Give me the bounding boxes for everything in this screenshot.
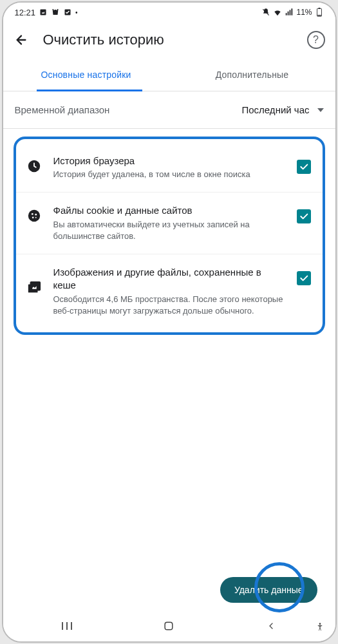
svg-rect-17: [165, 622, 173, 630]
item-title: История браузера: [53, 155, 286, 167]
svg-point-7: [31, 213, 33, 215]
image-stack-icon: [25, 279, 43, 297]
status-time: 12:21: [15, 8, 36, 17]
svg-point-9: [32, 217, 33, 219]
tab-indicator: [37, 90, 142, 91]
status-right: 11%: [261, 8, 323, 17]
item-title: Изображения и другие файлы, сохраненные …: [53, 266, 286, 292]
tabs: Основные настройки Дополнительные: [3, 58, 335, 91]
item-content: История браузера История будет удалена, …: [53, 155, 286, 180]
svg-point-18: [319, 623, 321, 625]
page-title: Очистить историю: [42, 32, 294, 48]
item-desc: История будет удалена, в том числе в окн…: [53, 169, 286, 180]
time-range-row: Временной диапазон Последний час: [3, 91, 335, 129]
screen: 12:21 •: [3, 3, 335, 641]
more-dot: •: [75, 9, 78, 16]
list-item-cache[interactable]: Изображения и другие файлы, сохраненные …: [16, 254, 323, 328]
item-desc: Вы автоматически выйдете из учетных запи…: [53, 219, 286, 242]
clear-data-label: Удалить данные: [234, 585, 303, 595]
bottom-action-area: Удалить данные: [220, 577, 317, 603]
nav-back-button[interactable]: [262, 617, 280, 635]
svg-point-6: [28, 210, 39, 222]
signal-icon: [285, 8, 294, 17]
list-item-history[interactable]: История браузера История будет удалена, …: [16, 143, 323, 193]
phone-frame: 12:21 •: [2, 1, 337, 643]
cookie-icon: [25, 207, 43, 225]
time-range-dropdown[interactable]: Последний час: [241, 104, 323, 115]
help-icon: ?: [313, 34, 319, 46]
checkbox-cache[interactable]: [297, 271, 311, 285]
tab-basic[interactable]: Основные настройки: [3, 58, 169, 91]
tab-advanced[interactable]: Дополнительные: [169, 58, 335, 91]
clock-icon: [25, 157, 43, 175]
svg-rect-0: [41, 10, 46, 15]
status-left: 12:21 •: [15, 8, 78, 17]
tab-advanced-label: Дополнительные: [216, 70, 289, 80]
svg-rect-3: [318, 8, 320, 8]
svg-point-10: [35, 217, 36, 218]
help-button[interactable]: ?: [307, 31, 325, 49]
accessibility-button[interactable]: [315, 622, 328, 635]
nav-recents-button[interactable]: [58, 617, 76, 635]
check-icon: [63, 8, 72, 17]
time-range-label: Временной диапазон: [15, 104, 242, 115]
chevron-down-icon: [317, 108, 324, 112]
item-title: Файлы cookie и данные сайтов: [53, 204, 286, 217]
status-bar: 12:21 •: [3, 3, 335, 22]
wifi-icon: [273, 8, 282, 17]
back-button[interactable]: [14, 32, 29, 48]
tab-basic-label: Основные настройки: [41, 70, 131, 80]
svg-rect-4: [317, 15, 321, 15]
battery-percent: 11%: [296, 8, 312, 17]
svg-point-8: [35, 214, 37, 216]
checkbox-history[interactable]: [297, 160, 311, 174]
item-desc: Освободится 4,6 МБ пространства. После э…: [53, 294, 286, 317]
app-bar: Очистить историю ?: [3, 22, 335, 58]
mute-icon: [261, 8, 270, 17]
item-content: Файлы cookie и данные сайтов Вы автомати…: [53, 204, 286, 242]
checkbox-cookies[interactable]: [297, 209, 311, 223]
nav-home-button[interactable]: [160, 617, 178, 635]
shopping-icon: [51, 8, 60, 17]
battery-icon: [315, 8, 324, 17]
item-content: Изображения и другие файлы, сохраненные …: [53, 266, 286, 317]
list-item-cookies[interactable]: Файлы cookie и данные сайтов Вы автомати…: [16, 193, 323, 254]
highlight-box: История браузера История будет удалена, …: [14, 137, 325, 335]
time-range-value: Последний час: [241, 104, 309, 115]
clear-data-button[interactable]: Удалить данные: [220, 577, 317, 603]
image-icon: [39, 8, 48, 17]
navigation-bar: [3, 611, 335, 641]
